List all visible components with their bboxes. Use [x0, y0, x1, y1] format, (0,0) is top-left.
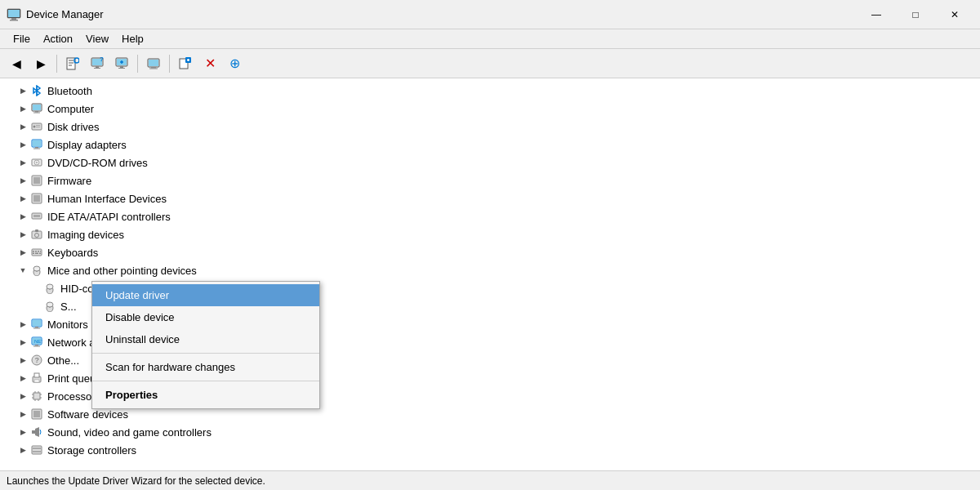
svg-rect-24 — [149, 68, 158, 69]
tree-icon-monitors — [29, 317, 44, 332]
tree-toggle-print[interactable]: ▶ — [16, 372, 29, 385]
tree-item-mice[interactable]: ▼Mice and other pointing devices — [0, 261, 980, 279]
tree-toggle-dvd[interactable]: ▶ — [16, 156, 29, 169]
menu-file[interactable]: File — [7, 31, 37, 47]
tree-toggle-hid-mouse — [29, 282, 42, 295]
svg-rect-49 — [33, 195, 40, 202]
context-menu-item-uninstall[interactable]: Uninstall device — [92, 328, 319, 350]
svg-rect-18 — [118, 68, 125, 69]
tree-label-bluetooth: Bluetooth — [47, 85, 92, 97]
svg-rect-56 — [33, 251, 34, 252]
svg-rect-75 — [33, 328, 40, 329]
tree-toggle-synaptics — [29, 300, 42, 313]
tree-label-mice: Mice and other pointing devices — [47, 265, 197, 277]
svg-rect-34 — [33, 113, 40, 114]
tree-toggle-sound[interactable]: ▶ — [16, 425, 29, 439]
toolbar-btn-remove[interactable]: ✕ — [198, 53, 221, 74]
svg-rect-61 — [35, 253, 38, 255]
tree-item-imaging[interactable]: ▶Imaging devices — [0, 225, 980, 243]
menu-view[interactable]: View — [79, 31, 115, 47]
tree-label-ide: IDE ATA/ATAPI controllers — [47, 211, 171, 223]
toolbar-btn-view[interactable] — [110, 53, 133, 74]
tree-label-firmware: Firmware — [47, 175, 91, 187]
menu-action[interactable]: Action — [37, 31, 79, 47]
svg-rect-22 — [149, 60, 158, 66]
tree-toggle-computer[interactable]: ▶ — [16, 102, 29, 115]
toolbar-btn-properties[interactable] — [61, 53, 84, 74]
tree-toggle-disk[interactable]: ▶ — [16, 120, 29, 133]
tree-item-ide[interactable]: ▶IDE ATA/ATAPI controllers — [0, 207, 980, 225]
menu-help[interactable]: Help — [115, 31, 150, 47]
tree-toggle-monitors[interactable]: ▶ — [16, 318, 29, 331]
svg-rect-99 — [32, 446, 42, 454]
tree-toggle-keyboards[interactable]: ▶ — [16, 246, 29, 259]
svg-rect-96 — [33, 411, 40, 417]
separator-2 — [137, 55, 138, 73]
menu-bar: File Action View Help — [0, 29, 980, 49]
tree-icon-soft — [29, 407, 44, 421]
context-menu-item-update[interactable]: Update driver — [92, 284, 319, 306]
tree-toggle-bluetooth[interactable]: ▶ — [16, 84, 29, 97]
tree-icon-imaging — [29, 227, 44, 242]
context-menu-item-scan[interactable]: Scan for hardware changes — [92, 356, 319, 378]
tree-label-monitors: Monitors — [47, 318, 88, 331]
toolbar-btn-update[interactable]: ? — [86, 53, 109, 74]
tree-toggle-storage[interactable]: ▶ — [16, 443, 29, 457]
close-button[interactable]: ✕ — [936, 4, 973, 25]
tree-item-sound[interactable]: ▶Sound, video and game controllers — [0, 423, 980, 441]
tree-toggle-soft[interactable]: ▶ — [16, 408, 29, 421]
tree-label-dvd: DVD/CD-ROM drives — [47, 157, 148, 169]
tree-toggle-hid[interactable]: ▶ — [16, 192, 29, 205]
maximize-button[interactable]: □ — [897, 4, 934, 25]
toolbar-btn-scan[interactable]: ⊕ — [223, 53, 246, 74]
tree-icon-keyboards — [29, 245, 44, 260]
tree-item-computer[interactable]: ▶Computer — [0, 100, 980, 118]
svg-rect-73 — [33, 320, 41, 326]
back-button[interactable]: ◀ — [5, 53, 28, 74]
tree-item-bluetooth[interactable]: ▶Bluetooth — [0, 82, 980, 100]
tree-icon-disk — [29, 119, 44, 134]
svg-text:?: ? — [35, 356, 40, 364]
svg-text:?: ? — [100, 57, 104, 63]
tree-item-disk[interactable]: ▶Disk drives — [0, 118, 980, 136]
minimize-button[interactable]: — — [858, 4, 895, 25]
context-menu-item-properties[interactable]: Properties — [92, 384, 319, 406]
tree-item-keyboards[interactable]: ▶Keyboards — [0, 243, 980, 261]
separator-3 — [169, 55, 170, 73]
toolbar-btn-screen[interactable] — [142, 53, 165, 74]
device-tree[interactable]: ▶Bluetooth▶Computer▶Disk drives▶Display … — [0, 78, 980, 470]
forward-button[interactable]: ▶ — [29, 53, 52, 74]
tree-label-keyboards: Keyboards — [47, 247, 98, 259]
app-icon — [7, 7, 21, 22]
toolbar-btn-new[interactable] — [174, 53, 197, 74]
svg-point-36 — [33, 126, 36, 128]
window-controls[interactable]: — □ ✕ — [858, 4, 973, 25]
tree-item-firmware[interactable]: ▶Firmware — [0, 172, 980, 189]
svg-rect-97 — [32, 430, 35, 434]
tree-toggle-proc[interactable]: ▶ — [16, 390, 29, 403]
tree-label-hid: Human Interface Devices — [47, 193, 167, 205]
tree-icon-bluetooth — [29, 83, 44, 98]
svg-rect-1 — [8, 10, 20, 17]
tree-toggle-network[interactable]: ▶ — [16, 336, 29, 349]
svg-point-45 — [36, 162, 38, 163]
tree-toggle-imaging[interactable]: ▶ — [16, 228, 29, 241]
context-menu-item-disable[interactable]: Disable device — [92, 306, 319, 328]
svg-rect-51 — [33, 215, 40, 217]
tree-toggle-firmware[interactable]: ▶ — [16, 174, 29, 187]
tree-toggle-display[interactable]: ▶ — [16, 138, 29, 151]
tree-item-dvd[interactable]: ▶DVD/CD-ROM drives — [0, 154, 980, 172]
tree-label-display: Display adapters — [47, 139, 127, 151]
tree-toggle-ide[interactable]: ▶ — [16, 210, 29, 223]
tree-icon-other: ? — [29, 353, 44, 368]
svg-rect-84 — [34, 373, 39, 377]
svg-line-9 — [74, 62, 75, 63]
tree-toggle-mice[interactable]: ▼ — [16, 264, 29, 277]
tree-item-hid[interactable]: ▶Human Interface Devices — [0, 189, 980, 207]
tree-item-display[interactable]: ▶Display adapters — [0, 136, 980, 154]
tree-label-storage: Storage controllers — [47, 444, 136, 457]
tree-toggle-other[interactable]: ▶ — [16, 354, 29, 367]
svg-rect-53 — [35, 229, 38, 232]
tree-item-storage[interactable]: ▶Storage controllers — [0, 441, 980, 459]
svg-rect-17 — [120, 66, 123, 68]
